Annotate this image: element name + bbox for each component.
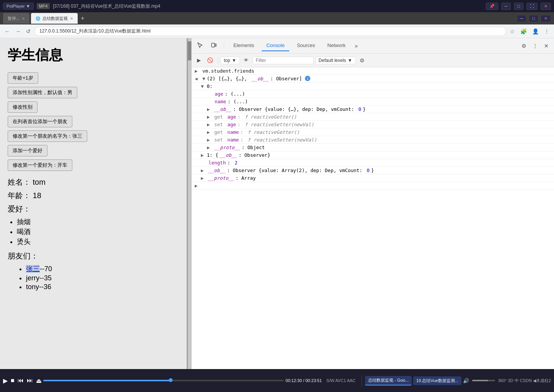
stop-btn[interactable]: ■ xyxy=(11,377,15,384)
prev-btn[interactable]: ⏮ xyxy=(18,377,24,384)
name-display: 姓名： tom xyxy=(8,177,179,187)
potplayer-button[interactable]: PotPlayer ▼ xyxy=(3,3,34,10)
clear-console-btn[interactable]: 🚫 xyxy=(205,56,215,64)
extensions-btn[interactable]: 🧩 xyxy=(519,28,528,35)
console-line-set-age: ▶ set age : f reactiveSetter(newVal) xyxy=(192,121,554,128)
volume-btn[interactable]: 🔊 xyxy=(463,378,469,384)
tab-monitor[interactable]: 🌐 总结数据监视 ✕ xyxy=(31,13,78,24)
address-bar[interactable] xyxy=(34,27,506,36)
device-toolbar-btn[interactable] xyxy=(209,41,219,51)
eye-btn[interactable]: 👁 xyxy=(241,56,251,64)
inspect-element-btn[interactable] xyxy=(195,41,205,51)
progress-fill xyxy=(43,380,171,381)
hobby-item: 烫头 xyxy=(17,237,179,246)
profile-btn[interactable]: 👤 xyxy=(531,28,540,35)
console-line-idx0: ▼ 0: xyxy=(192,83,554,90)
expand-set-name[interactable]: ▶ xyxy=(207,137,210,143)
modify-hobby-btn[interactable]: 修改第一个爱好为：开车 xyxy=(8,159,72,171)
back-btn[interactable]: ← xyxy=(3,28,11,35)
taskbar: ▶ ■ ⏮ ⏭ ⏏ 00:12:30 / 00:23:51 S/W AVC1 A… xyxy=(0,369,554,392)
expand-ob1[interactable]: ▶ xyxy=(207,106,210,112)
friends-label: 朋友们： xyxy=(8,251,179,261)
expand-get-name[interactable]: ▶ xyxy=(207,129,210,135)
browser-maximize[interactable]: □ xyxy=(529,15,538,22)
minimize-btn[interactable]: ─ xyxy=(501,3,511,10)
close-window-btn[interactable]: ✕ xyxy=(541,3,551,10)
back-arrow[interactable]: ◀ xyxy=(195,76,201,81)
button-group: 年龄+1岁 添加性别属性，默认值：男 修改性别 在列表首位添加一个朋友 修改第一… xyxy=(8,72,179,171)
browser-controls: ← → ↺ ☆ 🧩 👤 ⋮ xyxy=(0,24,554,38)
expand-proto1[interactable]: ▶ xyxy=(207,145,210,150)
browser-window: 暂停... ✕ 🌐 总结数据监视 ✕ + ─ □ ✕ ← → ↺ ☆ 🧩 👤 ⋮… xyxy=(0,12,554,369)
play-btn[interactable]: ▶ xyxy=(3,377,8,384)
console-filter-input[interactable] xyxy=(253,57,314,64)
expand-get-age[interactable]: ▶ xyxy=(207,114,210,120)
context-arrow: ▼ xyxy=(232,58,236,63)
eject-btn[interactable]: ⏏ xyxy=(36,377,42,384)
console-settings-btn[interactable]: ⚙ xyxy=(357,56,367,65)
devtools-tab-console[interactable]: Console xyxy=(262,40,289,51)
console-context-selector[interactable]: top ▼ xyxy=(220,57,240,64)
volume-slider[interactable] xyxy=(472,380,495,381)
pin-btn[interactable]: 📌 xyxy=(486,3,498,10)
devtools-more-tabs[interactable]: » xyxy=(353,41,359,50)
devtools-tab-elements[interactable]: Elements xyxy=(229,40,259,51)
browser-minimize[interactable]: ─ xyxy=(517,15,527,22)
expand-proto2[interactable]: ▶ xyxy=(201,175,204,181)
taskbar-apps: 总结数据监视 - Goo... 10.总结Vue数据监测... xyxy=(365,376,461,385)
reload-btn[interactable]: ↺ xyxy=(24,28,32,35)
add-gender-btn[interactable]: 添加性别属性，默认值：男 xyxy=(8,87,77,98)
taskbar-app-1[interactable]: 10.总结Vue数据监测... xyxy=(413,376,461,385)
friend-link-0[interactable]: 张三 xyxy=(26,265,40,273)
forward-btn[interactable]: → xyxy=(14,28,22,35)
tab-active-close-icon[interactable]: ✕ xyxy=(70,16,73,21)
page-content: 学生信息 年龄+1岁 添加性别属性，默认值：男 修改性别 在列表首位添加一个朋友… xyxy=(0,38,187,369)
tab-close-icon[interactable]: ✕ xyxy=(22,16,25,21)
taskbar-app-0[interactable]: 总结数据监视 - Goo... xyxy=(365,376,412,385)
add-friend-btn[interactable]: 在列表首位添加一个朋友 xyxy=(8,116,72,127)
divider xyxy=(362,375,362,386)
tab-paused[interactable]: 暂停... ✕ xyxy=(3,13,29,24)
taskbar-right: 🔊 360° 3D 中 CSDN ◀木成柱2 xyxy=(463,378,551,384)
expand-ob2[interactable]: ▶ xyxy=(201,168,204,173)
bookmark-star[interactable]: ☆ xyxy=(508,28,517,35)
svg-rect-1 xyxy=(215,44,216,46)
info-icon[interactable]: i xyxy=(305,76,310,81)
add-hobby-btn[interactable]: 添加一个爱好 xyxy=(8,145,47,156)
console-line-ob2: ▶ __ob__ : Observer {value: Array(2), de… xyxy=(192,167,554,174)
progress-bar[interactable] xyxy=(43,380,284,381)
progress-dot xyxy=(169,378,173,382)
devtools-customize-btn[interactable]: ⋮ xyxy=(530,41,540,50)
menu-btn[interactable]: ⋮ xyxy=(543,28,551,35)
console-line-set-name: ▶ set name : f reactiveSetter(newVal) xyxy=(192,136,554,144)
expand-idx1[interactable]: ▶ xyxy=(201,152,204,158)
new-tab-button[interactable]: + xyxy=(79,15,86,22)
right-info: 360° 3D 中 CSDN ◀木成柱2 xyxy=(498,378,551,384)
modify-gender-btn[interactable]: 修改性别 xyxy=(8,101,37,113)
console-result-line: ◀ ▼ (2) [{…}, {…}, __ob__ : Observer] i xyxy=(192,75,554,83)
maximize-btn[interactable]: □ xyxy=(514,3,523,10)
devtools-tab-network[interactable]: Network xyxy=(323,40,350,51)
time-display: 00:12:30 / 00:23:51 xyxy=(285,378,322,383)
modify-friend-btn[interactable]: 修改第一个朋友的名字为：张三 xyxy=(8,130,87,142)
devtools-panel: Elements Console Sources Network » ⚙ ⋮ ✕… xyxy=(191,38,554,369)
console-line-length: length : 2 xyxy=(192,159,554,167)
devtools-toolbar: ▶ 🚫 top ▼ 👁 Default levels ▼ ⚙ xyxy=(192,54,554,67)
hobbies-label: 爱好： xyxy=(8,204,179,214)
browser-close[interactable]: ✕ xyxy=(541,15,551,22)
next-btn[interactable]: ⏭ xyxy=(27,377,33,384)
hobby-item: 抽烟 xyxy=(17,217,179,226)
friend-item-1: jerry--35 xyxy=(26,274,179,282)
console-line-ob1: ▶ __ob__ : Observer {value: {…}, dep: De… xyxy=(192,106,554,113)
devtools-close-btn[interactable]: ✕ xyxy=(542,41,551,50)
scrollbar[interactable] xyxy=(187,38,191,369)
expand-set-age[interactable]: ▶ xyxy=(207,122,210,127)
fullscreen-btn[interactable]: ⛶ xyxy=(526,3,538,10)
content-area: 学生信息 年龄+1岁 添加性别属性，默认值：男 修改性别 在列表首位添加一个朋友… xyxy=(0,38,554,369)
run-script-btn[interactable]: ▶ xyxy=(195,56,203,64)
age-btn[interactable]: 年龄+1岁 xyxy=(8,72,38,84)
console-line-proto1: ▶ __proto__ : Object xyxy=(192,144,554,151)
devtools-settings-btn[interactable]: ⚙ xyxy=(519,41,529,50)
default-levels-btn[interactable]: Default levels ▼ xyxy=(315,57,356,64)
devtools-tab-sources[interactable]: Sources xyxy=(292,40,320,51)
